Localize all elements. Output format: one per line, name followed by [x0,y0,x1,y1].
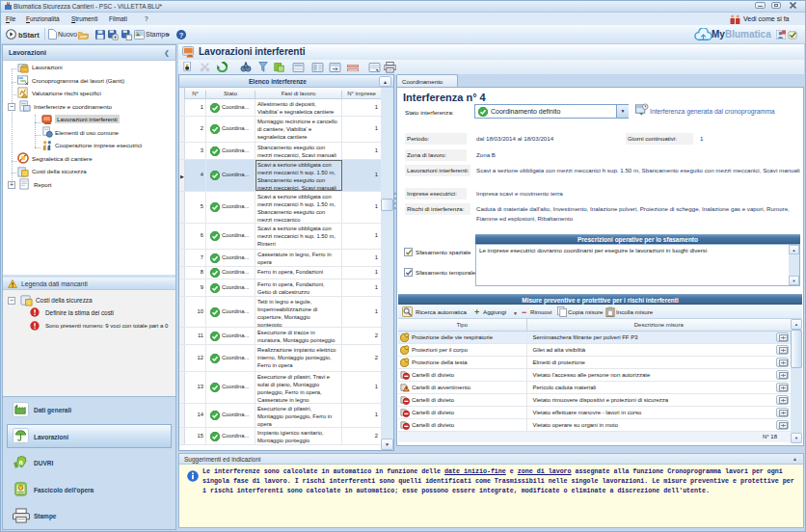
svg-text:?: ? [179,31,184,40]
